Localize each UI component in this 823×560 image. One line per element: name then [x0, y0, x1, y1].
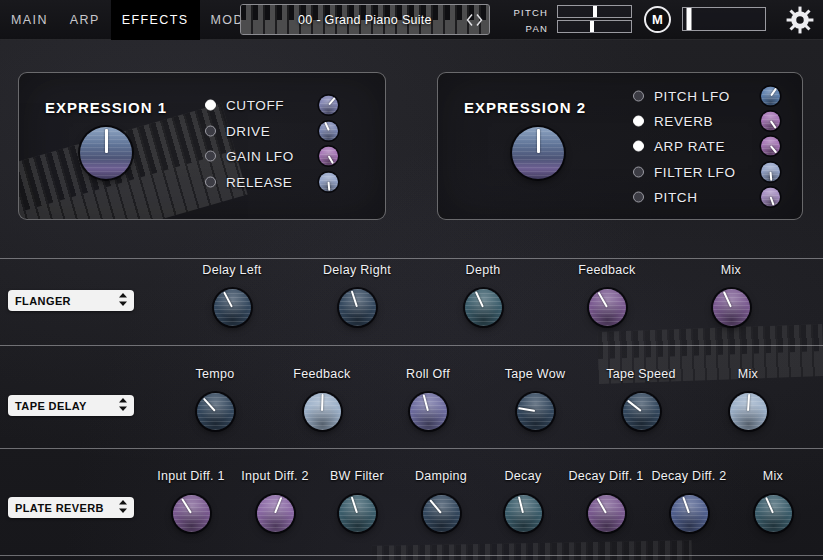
knob-group: Tape Speed [586, 367, 696, 430]
tab-effects[interactable]: EFFECTS [111, 0, 200, 40]
effect2-selector[interactable]: TAPE DELAY [8, 395, 134, 416]
expression1-panel: EXPRESSION 1 CUTOFF DRIVE GAIN LFO RELEA… [18, 72, 386, 220]
plugin-window: MAIN ARP EFFECTS MOD 00 - Grand Piano Su… [0, 0, 823, 560]
drive-amount-knob[interactable] [319, 122, 338, 141]
selector-updown-icon [119, 292, 127, 310]
knob-label: Damping [396, 469, 486, 483]
cutoff-label: CUTOFF [226, 98, 284, 113]
knob-label: Decay Diff. 2 [644, 469, 734, 483]
tape-wow-knob[interactable] [517, 393, 554, 430]
arp-rate-amount-knob[interactable] [761, 137, 780, 156]
reverb-label: REVERB [654, 114, 713, 129]
pitch-radio[interactable] [633, 192, 644, 203]
pan-label: PAN [505, 23, 548, 34]
cutoff-amount-knob[interactable] [319, 96, 338, 115]
settings-gear-icon[interactable] [786, 6, 814, 34]
feedback-knob[interactable] [304, 393, 341, 430]
mono-button[interactable]: M [644, 6, 671, 33]
effect1-selector-label: FLANGER [15, 295, 71, 307]
knob-label: Decay Diff. 1 [561, 469, 651, 483]
drive-radio[interactable] [205, 126, 216, 137]
gain-lfo-radio[interactable] [205, 151, 216, 162]
main-tabs: MAIN ARP EFFECTS MOD [0, 0, 255, 40]
release-label: RELEASE [226, 175, 292, 190]
release-amount-knob[interactable] [319, 173, 338, 192]
knob-label: Tape Wow [480, 367, 590, 381]
tempo-knob[interactable] [197, 393, 234, 430]
pitch-lfo-amount-knob[interactable] [761, 87, 780, 106]
mix-knob[interactable] [713, 289, 750, 326]
preset-arrows [465, 5, 484, 34]
knob-group: Decay Diff. 2 [644, 469, 734, 532]
assign-row-arp-rate: ARP RATE [438, 135, 802, 157]
gain-lfo-label: GAIN LFO [226, 149, 294, 164]
tape-speed-knob[interactable] [623, 393, 660, 430]
assign-row-filter-lfo: FILTER LFO [438, 161, 802, 183]
pitch-lfo-radio[interactable] [633, 91, 644, 102]
delay-left-knob[interactable] [214, 289, 251, 326]
selector-updown-icon [119, 397, 127, 415]
knob-label: Input Diff. 2 [230, 469, 320, 483]
knob-group: Tempo [160, 367, 270, 430]
selector-updown-icon [119, 499, 127, 517]
pitch-amount-knob[interactable] [761, 188, 780, 207]
knob-group: Depth [428, 263, 538, 326]
bw-filter-knob[interactable] [339, 495, 376, 532]
knob-label: Mix [676, 263, 786, 277]
pan-slider[interactable] [557, 20, 632, 33]
knob-label: Decay [478, 469, 568, 483]
input-diff-2-knob[interactable] [257, 495, 294, 532]
depth-knob[interactable] [465, 289, 502, 326]
knob-label: Mix [728, 469, 818, 483]
release-radio[interactable] [205, 177, 216, 188]
knob-group: Feedback [552, 263, 662, 326]
knob-group: Delay Left [177, 263, 287, 326]
knob-group: Input Diff. 1 [146, 469, 236, 532]
pitch-label: PITCH [654, 190, 698, 205]
mix-knob[interactable] [730, 393, 767, 430]
filter-lfo-amount-knob[interactable] [761, 163, 780, 182]
cutoff-radio[interactable] [205, 100, 216, 111]
tab-main[interactable]: MAIN [0, 0, 59, 40]
knob-label: Delay Right [302, 263, 412, 277]
arp-rate-radio[interactable] [633, 141, 644, 152]
pitch-label: PITCH [505, 7, 548, 18]
knob-group: Mix [676, 263, 786, 326]
feedback-knob[interactable] [589, 289, 626, 326]
pan-slider-handle[interactable] [590, 21, 594, 32]
delay-right-knob[interactable] [339, 289, 376, 326]
knob-label: Feedback [552, 263, 662, 277]
decay-diff-1-knob[interactable] [588, 495, 625, 532]
assign-row-reverb: REVERB [438, 110, 802, 132]
pitch-slider[interactable] [557, 5, 632, 18]
knob-label: Tempo [160, 367, 270, 381]
preset-next-icon[interactable] [475, 13, 484, 27]
knob-group: Input Diff. 2 [230, 469, 320, 532]
gain-lfo-amount-knob[interactable] [319, 147, 338, 166]
plate-reverb-row: PLATE REVERB Input Diff. 1 Input Diff. 2… [0, 448, 823, 556]
filter-lfo-radio[interactable] [633, 167, 644, 178]
decay-diff-2-knob[interactable] [671, 495, 708, 532]
tab-arp[interactable]: ARP [59, 0, 111, 40]
knob-label: Input Diff. 1 [146, 469, 236, 483]
assign-row-cutoff: CUTOFF [19, 94, 385, 116]
preset-prev-icon[interactable] [465, 13, 474, 27]
decay-knob[interactable] [505, 495, 542, 532]
damping-knob[interactable] [423, 495, 460, 532]
output-slider[interactable] [682, 7, 766, 31]
knob-group: Damping [396, 469, 486, 532]
roll-off-knob[interactable] [410, 393, 447, 430]
mix-knob[interactable] [755, 495, 792, 532]
preset-selector[interactable]: 00 - Grand Piano Suite [240, 4, 490, 35]
effect1-selector[interactable]: FLANGER [8, 290, 134, 311]
reverb-radio[interactable] [633, 116, 644, 127]
knob-label: Tape Speed [586, 367, 696, 381]
output-slider-handle[interactable] [686, 8, 691, 30]
expression2-panel: EXPRESSION 2 PITCH LFO REVERB ARP RATE F… [437, 72, 803, 220]
input-diff-1-knob[interactable] [173, 495, 210, 532]
pitch-slider-handle[interactable] [593, 6, 597, 17]
preset-name: 00 - Grand Piano Suite [298, 13, 432, 27]
knob-label: Delay Left [177, 263, 287, 277]
reverb-amount-knob[interactable] [761, 112, 780, 131]
effect3-selector[interactable]: PLATE REVERB [8, 497, 134, 518]
